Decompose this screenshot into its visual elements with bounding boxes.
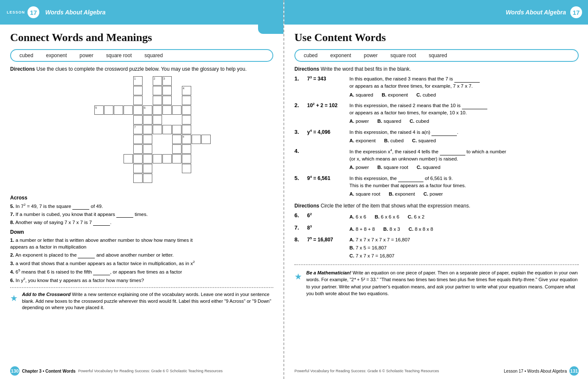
cw-cell[interactable] xyxy=(143,144,152,154)
right-bottom-note-text: Be a Mathematician! Write an equation on… xyxy=(306,269,579,297)
left-lesson-number: 17 xyxy=(27,6,39,18)
left-footer-chapter: Chapter 3 • Content Words xyxy=(22,369,76,373)
cw-cell[interactable] xyxy=(133,105,143,115)
cw-cell[interactable]: 6 xyxy=(143,105,152,115)
right-footer-right: Lesson 17 • Words About Algebra xyxy=(504,369,567,373)
down-clue-4: 4. 65 means that 6 is raised to the fift… xyxy=(10,268,273,275)
cw-cell[interactable] xyxy=(133,144,143,154)
clues-section: Across 5. In 72 = 49, 7 is the square of… xyxy=(10,195,273,284)
cw-cell[interactable] xyxy=(182,105,191,115)
cw-cell[interactable] xyxy=(133,135,143,144)
q1-choiceA: A. squared xyxy=(349,91,373,99)
right-content: Use Content Words cubed exponent power s… xyxy=(284,25,588,302)
left-page-footer: 130 Chapter 3 • Content Words Powerful V… xyxy=(0,366,283,376)
left-page-number: 130 xyxy=(10,366,19,376)
question-3: 3. y4 = 4,096 In this expression, the ra… xyxy=(294,129,579,145)
cw-cell[interactable] xyxy=(153,96,162,105)
q3-choiceB: B. cubed xyxy=(384,137,404,144)
right-directions2: Directions Circle the letter of the item… xyxy=(294,203,579,209)
cw-cell[interactable]: 5 xyxy=(94,105,104,115)
cw-cell[interactable] xyxy=(124,154,133,163)
cw-cell[interactable] xyxy=(143,174,152,183)
down-clue-1: 1. a number or letter that is written ab… xyxy=(10,237,273,250)
right-note-label: Be a Mathematician! xyxy=(306,270,351,275)
down-clue-2: 2. An exponent is placed to the and abov… xyxy=(10,252,273,258)
q1-choiceC: C. cubed xyxy=(416,91,436,99)
cw-cell[interactable] xyxy=(172,154,181,163)
q3-choiceA: A. exponent xyxy=(349,137,376,144)
cw-cell[interactable] xyxy=(133,86,143,95)
cw-cell[interactable]: 1 xyxy=(133,76,143,86)
cw-cell[interactable] xyxy=(153,105,162,115)
left-note-label: Add to the Crossword xyxy=(22,292,71,297)
cw-cell[interactable]: 8 xyxy=(182,135,191,144)
cw-cell[interactable] xyxy=(162,96,172,105)
cw-cell[interactable] xyxy=(153,125,162,134)
cw-cell[interactable] xyxy=(133,174,143,183)
cw-cell[interactable]: 7 xyxy=(133,125,143,134)
word-squared-right: squared xyxy=(429,53,447,58)
cw-cell[interactable] xyxy=(133,164,143,173)
cw-cell[interactable] xyxy=(143,135,152,144)
left-directions: Directions Use the clues to complete the… xyxy=(10,66,273,72)
cw-cell[interactable] xyxy=(133,96,143,105)
cw-cell[interactable] xyxy=(172,125,181,134)
cw-cell[interactable] xyxy=(182,125,191,134)
cw-cell[interactable] xyxy=(124,105,133,115)
cw-cell[interactable] xyxy=(133,115,143,124)
cw-cell[interactable] xyxy=(143,125,152,134)
left-bottom-note-text: Add to the Crossword Write a new sentenc… xyxy=(22,291,273,311)
cw-cell[interactable] xyxy=(172,105,181,115)
cw-cell[interactable] xyxy=(114,105,123,115)
word-exponent-right: exponent xyxy=(330,53,351,58)
q2-choiceA: A. power xyxy=(349,118,369,125)
word-power-right: power xyxy=(364,53,378,58)
right-lesson-number: 17 xyxy=(570,6,582,18)
q7-choiceB: B. 8 x 3 xyxy=(383,226,400,233)
question-4: 4. In the expression x4, the raised 4 te… xyxy=(294,148,579,172)
left-lesson-label: LESSON xyxy=(7,10,25,14)
right-page-number: 131 xyxy=(569,366,579,376)
cw-cell[interactable] xyxy=(162,86,172,95)
cw-cell[interactable] xyxy=(162,154,172,163)
left-star-icon: ★ xyxy=(10,292,18,304)
right-directions2-section: Directions Circle the letter of the item… xyxy=(294,203,579,260)
cw-cell[interactable] xyxy=(172,144,181,154)
left-footer-sub: Powerful Vocabulary for Reading Success:… xyxy=(78,369,223,373)
right-header: Words About Algebra 17 xyxy=(284,0,588,25)
cw-cell[interactable] xyxy=(143,154,152,163)
cw-cell[interactable] xyxy=(182,154,191,163)
cw-cell[interactable] xyxy=(162,105,172,115)
right-footer-left: Powerful Vocabulary for Reading Success:… xyxy=(294,369,439,373)
across-clue-5: 5. In 72 = 49, 7 is the square of 49. xyxy=(10,202,273,210)
cw-cell[interactable]: 2 xyxy=(153,76,162,86)
cw-cell[interactable] xyxy=(143,164,152,173)
q4-choiceA: A. power xyxy=(349,164,369,171)
cw-cell[interactable] xyxy=(182,144,191,154)
q4-choiceC: C. squared xyxy=(417,164,440,171)
left-lesson-badge: LESSON 17 Words About Algebra xyxy=(7,6,106,18)
cw-cell[interactable] xyxy=(143,115,152,124)
cw-cell[interactable] xyxy=(201,135,211,144)
left-content: Connect Words and Meanings cubed exponen… xyxy=(0,25,283,315)
cw-cell[interactable] xyxy=(172,135,181,144)
cw-cell[interactable] xyxy=(133,154,143,163)
cw-cell[interactable] xyxy=(104,105,113,115)
question-2: 2. 102 + 2 = 102 In this expression, the… xyxy=(294,102,579,125)
cw-cell[interactable] xyxy=(182,115,191,124)
cw-cell[interactable] xyxy=(153,115,162,124)
cw-cell[interactable] xyxy=(153,86,162,95)
down-clue-6: 6. In y2, you know that y appears as a f… xyxy=(10,277,273,284)
cw-cell[interactable] xyxy=(153,154,162,163)
cw-cell[interactable] xyxy=(182,164,191,173)
cw-cell[interactable] xyxy=(182,96,191,105)
right-word-bank: cubed exponent power square root squared xyxy=(294,49,579,62)
cw-cell[interactable]: 3 xyxy=(162,76,172,86)
word-cubed-left: cubed xyxy=(19,53,33,58)
q5-choiceB: B. exponent xyxy=(389,191,415,198)
cw-cell[interactable] xyxy=(162,125,172,134)
cw-cell[interactable]: 4 xyxy=(182,86,191,95)
crossword-grid-container: 1 2 3 4 5 xyxy=(74,76,209,191)
cw-cell[interactable] xyxy=(192,135,201,144)
q7-choiceA: A. 8 + 8 + 8 xyxy=(349,226,375,233)
